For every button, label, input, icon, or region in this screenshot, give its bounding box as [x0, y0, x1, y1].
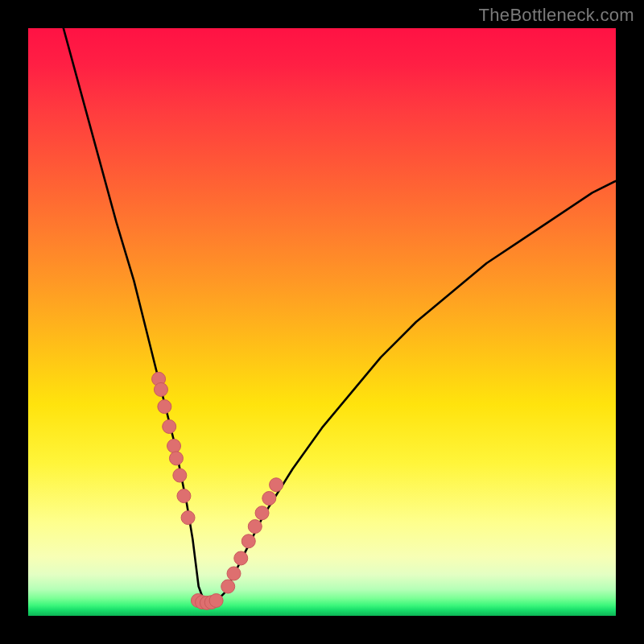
- data-dot: [248, 520, 262, 534]
- data-dot: [158, 400, 171, 414]
- data-dot: [167, 440, 181, 453]
- data-dot: [221, 580, 235, 593]
- data-dot: [154, 382, 167, 396]
- dots-left: [152, 372, 196, 524]
- data-dot: [234, 551, 248, 565]
- data-dot: [177, 489, 191, 503]
- dots-right: [221, 478, 283, 593]
- data-dot: [209, 594, 223, 608]
- data-dot: [270, 478, 283, 492]
- data-dot: [181, 511, 195, 525]
- data-dot: [262, 492, 276, 506]
- dots-bottom: [191, 594, 223, 610]
- data-dot: [163, 419, 176, 433]
- data-dot: [227, 567, 241, 580]
- watermark-text: TheBottleneck.com: [479, 5, 634, 26]
- bottleneck-curve: [64, 28, 616, 603]
- data-dot: [173, 469, 187, 482]
- data-dot: [242, 535, 255, 548]
- chart-overlay: [28, 28, 616, 616]
- data-dot: [255, 506, 269, 520]
- data-dot: [169, 452, 183, 465]
- curve-layer: [64, 28, 616, 603]
- plot-area: [28, 28, 616, 616]
- chart-stage: TheBottleneck.com: [0, 0, 644, 644]
- dots-layer: [152, 372, 283, 609]
